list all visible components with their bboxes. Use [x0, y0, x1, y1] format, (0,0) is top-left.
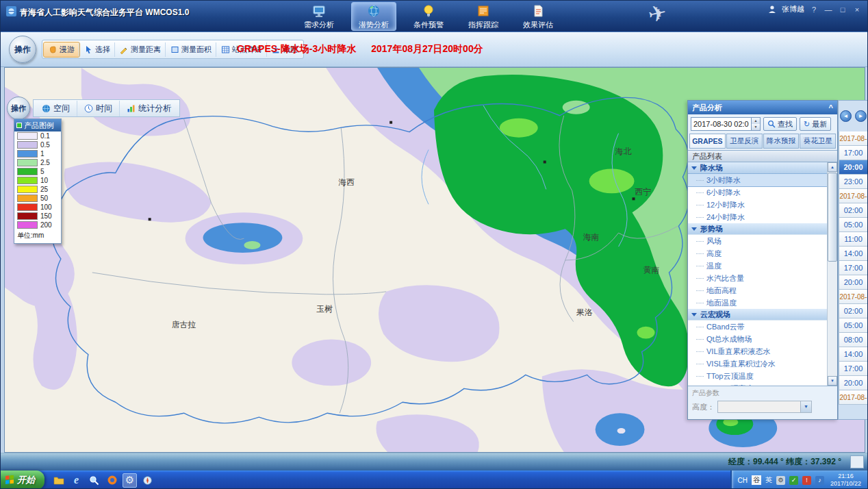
legend-row: 5	[14, 167, 61, 176]
product-item[interactable]: TTop云顶温度	[688, 370, 827, 382]
group-cloud-macro[interactable]: 云宏观场	[688, 309, 827, 321]
language-indicator[interactable]: CH	[738, 477, 748, 484]
product-item[interactable]: 高度	[688, 247, 827, 260]
time-cell[interactable]: 2017-08-	[839, 390, 868, 405]
search-icon[interactable]	[87, 473, 101, 488]
datetime-input[interactable]	[691, 118, 751, 130]
tree-scrollbar[interactable]: ▲ ▼	[827, 162, 837, 386]
pan-button[interactable]: 漫游	[44, 42, 79, 57]
time-cell[interactable]: 20:00	[839, 160, 868, 175]
time-cell[interactable]: 05:00	[839, 318, 868, 333]
time-cell[interactable]: 2017-08-	[839, 131, 868, 146]
product-item[interactable]: 风场	[688, 235, 827, 247]
alert-tray-icon[interactable]: !	[802, 476, 811, 485]
legend-swatch	[17, 150, 38, 158]
tab-satellite-retrieval[interactable]: 卫星反演	[726, 134, 763, 149]
start-label: 开始	[17, 474, 35, 486]
legend-value: 1	[40, 150, 44, 158]
time-cell[interactable]: 2017-08-	[839, 290, 868, 304]
time-cell[interactable]: 08:00	[839, 333, 868, 347]
close-icon[interactable]: ×	[852, 5, 862, 14]
tab-grapes[interactable]: GRAPES	[689, 134, 726, 149]
nav-item-effect-evaluation[interactable]: 效果评估	[515, 2, 561, 31]
nav-label: 需求分析	[304, 20, 334, 30]
start-button[interactable]: 开始	[1, 471, 44, 489]
time-cell[interactable]: 02:00	[839, 203, 868, 218]
time-cell[interactable]: 23:00	[839, 175, 868, 189]
product-item[interactable]: 温度	[688, 260, 827, 272]
tab-precip-forecast[interactable]: 降水预报	[763, 134, 800, 149]
product-item[interactable]: 24小时降水	[688, 211, 827, 223]
group-precipitation[interactable]: 降水场	[688, 162, 827, 174]
product-item[interactable]: 地面温度	[688, 297, 827, 309]
compass-icon[interactable]	[140, 473, 155, 488]
collapse-icon[interactable]: ^	[829, 103, 833, 112]
volume-icon[interactable]: ♪	[815, 476, 824, 485]
time-cell[interactable]: 14:00	[839, 247, 868, 261]
tab-himawari[interactable]: 葵花卫星	[800, 134, 836, 149]
firefox-icon[interactable]	[105, 473, 119, 488]
datetime-spinner[interactable]: ▲▼	[751, 118, 760, 130]
legend-header: 产品图例	[14, 119, 61, 131]
time-cell[interactable]: 11:00	[839, 232, 868, 247]
nav-item-command-tracking[interactable]: 指挥跟踪	[461, 2, 506, 31]
tray-clock[interactable]: 21:16 2017/10/22	[828, 473, 861, 488]
time-cell[interactable]: 17:00	[839, 146, 868, 160]
next-time-button[interactable]: ►	[855, 110, 867, 122]
spin-up-icon[interactable]: ▲	[752, 118, 760, 124]
height-select[interactable]: ▼	[717, 401, 812, 413]
operate-button[interactable]: 操作	[9, 36, 36, 63]
product-item[interactable]: ZTop云顶高度	[688, 382, 827, 386]
maximize-icon[interactable]: □	[838, 5, 847, 14]
view-operate-button[interactable]: 操作	[7, 97, 30, 120]
gear-tray-icon[interactable]: ⚙	[776, 476, 785, 485]
product-item[interactable]: 地面高程	[688, 284, 827, 297]
group-situation[interactable]: 形势场	[688, 223, 827, 235]
gear-icon[interactable]: ⚙	[123, 473, 137, 488]
tab-time[interactable]: 时间	[77, 101, 120, 116]
help-icon[interactable]: ?	[809, 5, 819, 14]
nav-item-demand-analysis[interactable]: 需求分析	[296, 2, 342, 31]
product-item[interactable]: 12小时降水	[688, 199, 827, 211]
product-item[interactable]: 3小时降水	[688, 174, 827, 186]
ie-icon[interactable]: e	[69, 473, 84, 488]
product-item[interactable]: 水汽比含量	[688, 272, 827, 284]
product-item[interactable]: VISL垂直累积过冷水	[688, 358, 827, 370]
minimize-icon[interactable]: —	[824, 5, 833, 14]
time-cell[interactable]: 20:00	[839, 376, 868, 390]
scroll-up-icon[interactable]: ▲	[828, 162, 837, 172]
shield-icon[interactable]: ✓	[789, 476, 798, 485]
time-cell[interactable]: 17:00	[839, 261, 868, 275]
ime-icon[interactable]: 谷	[752, 475, 761, 485]
product-item[interactable]: Qt总水成物场	[688, 333, 827, 345]
taskbar: 开始 e ⚙ CH 谷 英 ⚙ ✓ ! ♪ 21:16 2017/10/22	[1, 471, 867, 489]
time-cell[interactable]: 2017-08-	[839, 189, 868, 203]
product-item[interactable]: VIL垂直累积液态水	[688, 345, 827, 358]
latest-button[interactable]: ↻ 最新	[800, 117, 831, 131]
time-cell[interactable]: 05:00	[839, 218, 868, 232]
time-cell[interactable]: 17:00	[839, 362, 868, 376]
ime-mode-indicator[interactable]: 英	[765, 475, 772, 485]
nav-item-potential-analysis[interactable]: 潜势分析	[351, 2, 396, 31]
prev-time-button[interactable]: ◄	[840, 110, 852, 122]
find-button[interactable]: 查找	[763, 117, 797, 131]
windows-flag-icon	[5, 475, 14, 485]
time-cell[interactable]: 02:00	[839, 304, 868, 318]
legend-value: 200	[40, 221, 52, 229]
product-item[interactable]: CBand云带	[688, 321, 827, 333]
tab-statistics[interactable]: 统计分析	[120, 101, 178, 116]
dropdown-arrow-icon[interactable]: ▼	[800, 401, 811, 412]
product-item[interactable]: 6小时降水	[688, 186, 827, 199]
time-cell[interactable]: 14:00	[839, 347, 868, 362]
nav-item-condition-warning[interactable]: 条件预警	[406, 2, 451, 31]
measure-area-button[interactable]: 测量面积	[166, 42, 216, 57]
measure-distance-button[interactable]: 测量距离	[115, 42, 166, 57]
legend-swatch	[17, 168, 38, 175]
scroll-down-icon[interactable]: ▼	[828, 376, 837, 386]
folder-icon[interactable]	[51, 473, 66, 488]
spin-down-icon[interactable]: ▼	[752, 124, 760, 130]
scroll-thumb[interactable]	[828, 173, 837, 262]
tab-space[interactable]: 空间	[35, 101, 77, 116]
select-button[interactable]: 选择	[79, 42, 115, 57]
time-cell[interactable]: 20:00	[839, 275, 868, 290]
